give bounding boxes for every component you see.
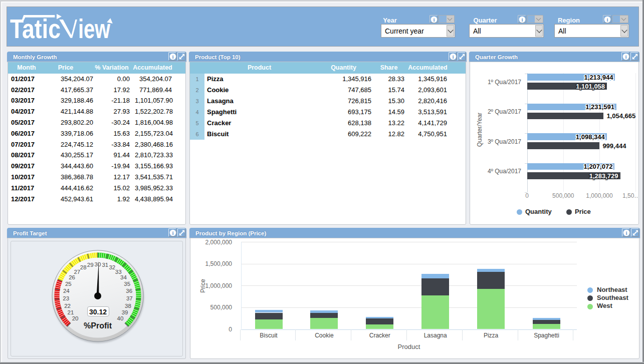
- svg-text:iew: iew: [78, 14, 111, 41]
- svg-text:i: i: [452, 54, 454, 60]
- svg-text:i: i: [607, 17, 608, 23]
- svg-text:27: 27: [74, 268, 80, 274]
- svg-text:29: 29: [87, 262, 93, 268]
- svg-text:22: 22: [64, 302, 71, 308]
- svg-text:25: 25: [65, 280, 71, 286]
- svg-text:28: 28: [80, 264, 86, 270]
- svg-text:40: 40: [117, 315, 123, 321]
- svg-text:31: 31: [102, 262, 108, 268]
- svg-text:i: i: [172, 54, 173, 60]
- svg-text:i: i: [522, 17, 523, 23]
- svg-text:37: 37: [126, 295, 132, 301]
- svg-text:i: i: [625, 54, 626, 60]
- svg-text:i: i: [625, 230, 627, 236]
- svg-text:36: 36: [126, 288, 132, 294]
- svg-text:30: 30: [94, 261, 101, 267]
- svg-text:38: 38: [125, 302, 131, 308]
- svg-text:20: 20: [72, 315, 78, 321]
- svg-text:Tatic: Tatic: [10, 14, 61, 41]
- svg-text:32: 32: [109, 264, 115, 270]
- svg-text:i: i: [433, 17, 435, 23]
- svg-text:26: 26: [69, 274, 75, 280]
- svg-text:39: 39: [121, 309, 128, 315]
- svg-text:24: 24: [63, 288, 69, 294]
- svg-text:35: 35: [124, 280, 130, 286]
- svg-text:34: 34: [120, 274, 127, 280]
- svg-text:i: i: [172, 230, 173, 236]
- svg-text:21: 21: [67, 309, 74, 315]
- svg-text:23: 23: [63, 295, 69, 301]
